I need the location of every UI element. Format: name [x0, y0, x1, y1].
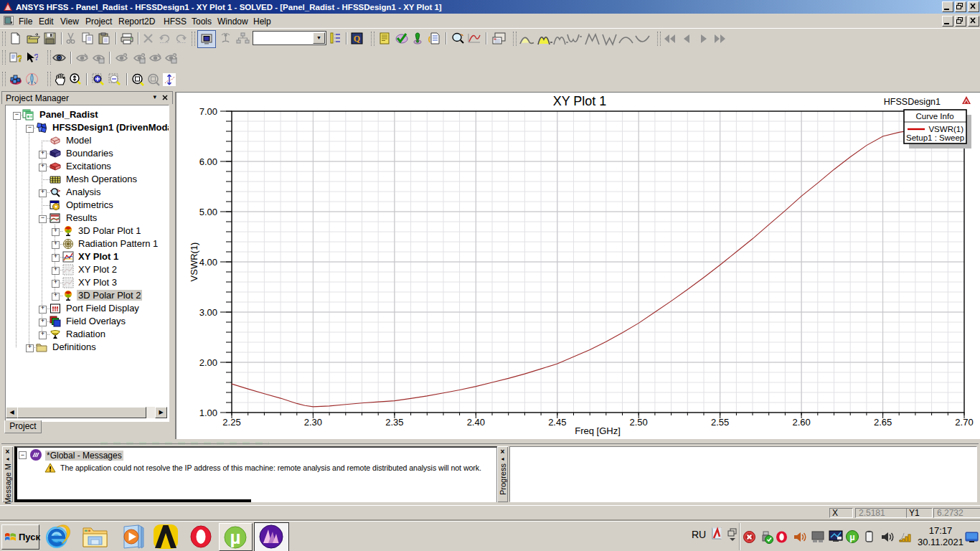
svg-text:2.65: 2.65	[874, 417, 892, 428]
svg-text:1.00: 1.00	[199, 408, 217, 418]
svg-text:HFSSDesign1: HFSSDesign1	[884, 97, 941, 107]
svg-text:2.40: 2.40	[467, 417, 485, 428]
svg-text:2.30: 2.30	[304, 417, 322, 428]
svg-text:?: ?	[17, 53, 22, 64]
svg-text:VSWR(1): VSWR(1)	[928, 125, 963, 133]
svg-text:Q: Q	[354, 34, 360, 44]
svg-text:4.00: 4.00	[199, 257, 217, 268]
svg-text:5.00: 5.00	[199, 207, 217, 217]
svg-text:VSWR(1): VSWR(1)	[189, 242, 199, 282]
svg-text:?: ?	[34, 52, 38, 62]
svg-text:2.25: 2.25	[222, 417, 240, 428]
svg-text:Setup1 : Sweep: Setup1 : Sweep	[906, 133, 964, 142]
svg-text:XY Plot 1: XY Plot 1	[553, 94, 607, 108]
svg-text:µ: µ	[849, 532, 855, 542]
svg-text:2.50: 2.50	[630, 417, 648, 428]
svg-text:3.00: 3.00	[199, 307, 217, 318]
svg-text:7.00: 7.00	[199, 106, 217, 117]
svg-text:2.60: 2.60	[792, 417, 810, 428]
svg-text:µ: µ	[230, 527, 241, 548]
svg-text:6.00: 6.00	[199, 156, 217, 167]
svg-text:2.00: 2.00	[199, 357, 217, 368]
svg-text:Curve Info: Curve Info	[915, 112, 953, 121]
svg-text:2.45: 2.45	[548, 417, 566, 428]
svg-text:2.35: 2.35	[385, 417, 403, 428]
svg-text:2.70: 2.70	[955, 417, 973, 428]
svg-text:2.55: 2.55	[711, 417, 729, 428]
svg-text:Freq [GHz]: Freq [GHz]	[575, 425, 621, 436]
